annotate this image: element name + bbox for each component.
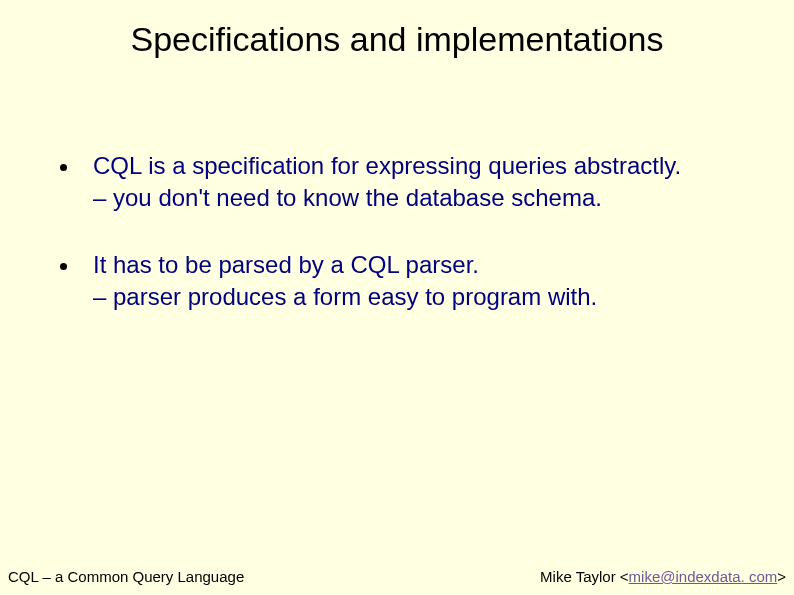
footer-right: Mike Taylor <mike@indexdata. com> [540,568,786,585]
footer-author: Mike Taylor [540,568,620,585]
bullet-icon [60,164,67,171]
slide-body: CQL is a specification for expressing qu… [60,150,764,348]
footer-left: CQL – a Common Query Language [8,568,244,585]
bullet-icon [60,263,67,270]
bullet-text: It has to be parsed by a CQL parser. – p… [93,249,764,314]
angle-close: > [777,568,786,585]
bullet-main: It has to be parsed by a CQL parser. [93,251,479,278]
bullet-text: CQL is a specification for expressing qu… [93,150,764,215]
bullet-sub: – you don't need to know the database sc… [93,182,764,214]
slide-title: Specifications and implementations [0,20,794,59]
footer-email-link[interactable]: mike@indexdata. com [629,568,778,585]
bullet-sub: – parser produces a form easy to program… [93,281,764,313]
list-item: It has to be parsed by a CQL parser. – p… [60,249,764,314]
slide-footer: CQL – a Common Query Language Mike Taylo… [8,568,786,585]
angle-open: < [620,568,629,585]
bullet-main: CQL is a specification for expressing qu… [93,152,681,179]
list-item: CQL is a specification for expressing qu… [60,150,764,215]
